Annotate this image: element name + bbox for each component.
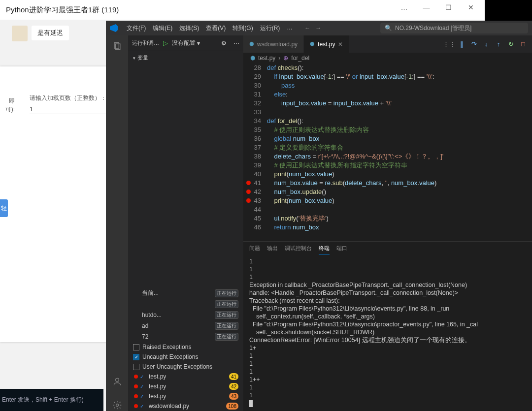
debug-step-out-icon[interactable]: ↑ xyxy=(495,40,502,48)
dialog-left-label: 即可): xyxy=(0,94,15,114)
vscode-window: 文件(F)编辑(E)选择(S)查看(V)转到(G)运行(R)… ← → 🔍 NO… xyxy=(106,21,532,411)
python-file-icon: ⬢ xyxy=(250,55,255,62)
editor-tabs: ⬢wsdownload.py⬢test.py✕ xyxy=(243,35,440,53)
more-icon[interactable]: ⋯ xyxy=(233,40,239,47)
menu-item[interactable]: 文件(F) xyxy=(124,23,149,33)
python-file-icon: ⬢ xyxy=(310,41,315,47)
debug-sidebar: 运行和调… ▷ 没有配置▾ ⚙ ⋯ ▾变量 当前...正在运行正在运行hutdo… xyxy=(128,35,243,411)
message-bubble: 是有延迟 xyxy=(32,26,69,40)
chat-more-icon[interactable]: … xyxy=(393,0,415,15)
menu-item[interactable]: 运行(R) xyxy=(257,23,283,33)
debug-stop-icon[interactable]: □ xyxy=(519,40,527,48)
close-tab-icon[interactable]: ✕ xyxy=(338,41,343,48)
debug-handle-icon[interactable]: ⋮⋮ xyxy=(445,40,453,48)
svg-point-2 xyxy=(115,378,119,381)
function-icon: ⊕ xyxy=(283,55,288,62)
maximize-icon[interactable]: ☐ xyxy=(437,0,460,15)
nav-back-icon[interactable]: ← xyxy=(304,25,310,32)
exception-checkbox-row[interactable]: Raised Exceptions xyxy=(128,342,243,352)
editor-area: ⬢wsdownload.py⬢test.py✕ ⋮⋮ ‖ ↷ ↓ ↑ ↻ □ ⬢… xyxy=(243,35,532,411)
bottom-panel: 问题输出调试控制台终端端口 111Exception in callback _… xyxy=(243,241,532,411)
checkbox-icon[interactable] xyxy=(133,364,139,370)
breadcrumb[interactable]: ⬢ test.py › ⊕ for_del xyxy=(243,53,532,63)
search-text: NO.29-WSdownload [管理员] xyxy=(395,24,471,32)
thread-status-row[interactable]: ad正在运行 xyxy=(128,320,243,331)
close-icon[interactable]: ✕ xyxy=(460,0,482,15)
panel-tab[interactable]: 调试控制台 xyxy=(285,245,312,254)
command-center[interactable]: 🔍 NO.29-WSdownload [管理员] xyxy=(380,23,528,33)
checkbox-icon[interactable] xyxy=(133,344,139,350)
menu-item[interactable]: 查看(V) xyxy=(203,23,229,33)
minimize-icon[interactable]: — xyxy=(415,0,437,15)
start-debug-icon[interactable]: ▷ xyxy=(163,39,168,47)
svg-point-3 xyxy=(116,404,118,407)
activity-bar xyxy=(106,35,128,411)
config-dropdown[interactable]: 没有配置▾ xyxy=(172,39,200,47)
config-gear-icon[interactable]: ⚙ xyxy=(221,40,227,47)
vscode-menu: 文件(F)编辑(E)选择(S)查看(V)转到(G)运行(R)… xyxy=(124,23,296,33)
chat-message: 是有延迟 xyxy=(12,26,69,41)
panel-tab[interactable]: 终端 xyxy=(319,245,330,254)
debug-toolbar: ⋮⋮ ‖ ↷ ↓ ↑ ↻ □ xyxy=(440,35,532,53)
editor-tab[interactable]: ⬢test.py✕ xyxy=(304,35,349,53)
breakpoint-dot-icon xyxy=(134,375,138,379)
debug-restart-icon[interactable]: ↻ xyxy=(507,40,515,48)
chat-titlebar[interactable]: Python进阶学习最强王者1群 (119) … — ☐ ✕ xyxy=(0,0,485,20)
menu-item[interactable]: 选择(S) xyxy=(176,23,202,33)
panel-tab[interactable]: 端口 xyxy=(336,245,347,254)
debug-step-into-icon[interactable]: ↓ xyxy=(482,40,490,48)
breakpoint-dot-icon xyxy=(134,394,138,398)
panel-tab[interactable]: 输出 xyxy=(267,245,278,254)
code-editor[interactable]: 28def checks():29 if input_box.value[-1:… xyxy=(243,63,532,241)
search-icon: 🔍 xyxy=(385,25,392,32)
chat-input-hint[interactable]: Enter 发送，Shift + Enter 换行) xyxy=(0,389,103,411)
account-icon[interactable] xyxy=(111,376,123,387)
menu-item[interactable]: … xyxy=(284,23,296,33)
run-debug-label: 运行和调… xyxy=(132,39,159,47)
breakpoint-dot-icon xyxy=(134,384,138,388)
menu-item[interactable]: 转到(G) xyxy=(230,23,256,33)
thread-status-row[interactable]: 正在运行 xyxy=(128,299,243,310)
debug-step-over-icon[interactable]: ↷ xyxy=(470,40,478,48)
avatar[interactable] xyxy=(12,26,28,41)
explorer-icon[interactable] xyxy=(111,40,123,52)
settings-gear-icon[interactable] xyxy=(111,399,123,411)
breakpoint-dot-icon xyxy=(134,404,138,408)
svg-rect-1 xyxy=(115,44,120,50)
svg-rect-0 xyxy=(114,43,119,49)
menu-item[interactable]: 编辑(E) xyxy=(150,23,175,33)
breakpoint-file-row[interactable]: ✓test.py43 xyxy=(128,391,243,401)
debug-pause-icon[interactable]: ‖ xyxy=(458,40,466,48)
editor-tab[interactable]: ⬢wsdownload.py xyxy=(243,35,304,53)
panel-tab[interactable]: 问题 xyxy=(249,245,260,254)
breakpoint-file-row[interactable]: ✓test.py42 xyxy=(128,381,243,391)
breakpoint-file-row[interactable]: ✓test.py41 xyxy=(128,372,243,381)
vscode-titlebar[interactable]: 文件(F)编辑(E)选择(S)查看(V)转到(G)运行(R)… ← → 🔍 NO… xyxy=(106,21,532,35)
exception-checkbox-row[interactable]: User Uncaught Exceptions xyxy=(128,362,243,372)
dialog-side-button[interactable]: 轻 xyxy=(0,199,8,217)
python-file-icon: ⬢ xyxy=(249,41,254,47)
terminal-output[interactable]: 111Exception in callback _ProactorBasePi… xyxy=(243,254,532,411)
variables-section[interactable]: ▾变量 xyxy=(128,51,243,64)
panel-tabs: 问题输出调试控制台终端端口 xyxy=(243,242,532,254)
breakpoint-file-row[interactable]: ✓wsdownload.py108 xyxy=(128,401,243,411)
vscode-logo-icon xyxy=(110,24,118,32)
nav-forward-icon[interactable]: → xyxy=(315,25,321,32)
chat-title: Python进阶学习最强王者1群 (119) xyxy=(6,5,119,15)
thread-status-row[interactable]: 72正在运行 xyxy=(128,331,243,342)
exception-checkbox-row[interactable]: ✓Uncaught Exceptions xyxy=(128,352,243,362)
thread-status-row[interactable]: hutdo...正在运行 xyxy=(128,310,243,320)
thread-status-row[interactable]: 当前...正在运行 xyxy=(128,287,243,299)
checkbox-icon[interactable]: ✓ xyxy=(133,354,139,360)
